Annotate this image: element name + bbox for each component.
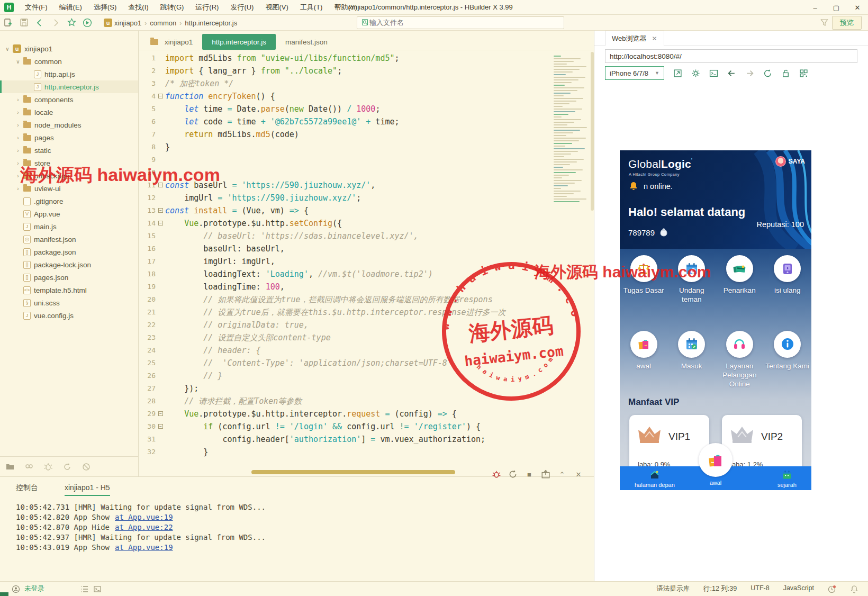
preview-button[interactable]: 预览 bbox=[832, 16, 862, 30]
breadcrumb[interactable]: u xinjiapo1›common›http.interceptor.js bbox=[104, 16, 352, 29]
menu-item[interactable]: 跳转(G) bbox=[155, 0, 190, 15]
browser-tab[interactable]: Web浏览器 ✕ bbox=[605, 31, 664, 46]
chevron-icon[interactable]: › bbox=[15, 186, 21, 192]
fold-marker-icon[interactable]: − bbox=[158, 183, 163, 187]
close-panel-icon[interactable]: ✕ bbox=[574, 469, 583, 479]
tree-item-vue-config-js[interactable]: Jvue.config.js bbox=[0, 309, 138, 322]
editor-tab-xinjiapo1[interactable]: xinjiapo1 bbox=[139, 34, 202, 50]
forward-button[interactable] bbox=[48, 16, 64, 30]
chevron-icon[interactable]: ∨ bbox=[15, 59, 21, 65]
status-item[interactable]: UTF-8 bbox=[751, 584, 769, 593]
quick-action-awal[interactable]: awal bbox=[620, 331, 668, 389]
tree-item-uview-ui[interactable]: ›uview-ui bbox=[0, 182, 138, 195]
tree-item-store[interactable]: ›store bbox=[0, 157, 138, 169]
stop-icon[interactable]: ■ bbox=[525, 469, 534, 479]
quick-action-penarikan[interactable]: Penarikan bbox=[716, 255, 764, 304]
tree-item-template-h5-html[interactable]: <>template.h5.html bbox=[0, 284, 138, 296]
quick-action-undang-teman[interactable]: Undang teman bbox=[668, 255, 716, 304]
notification-bell-icon[interactable] bbox=[850, 585, 858, 593]
fold-marker-icon[interactable]: − bbox=[158, 208, 163, 213]
tree-item-package-json[interactable]: []package.json bbox=[0, 246, 138, 258]
chevron-icon[interactable]: › bbox=[15, 110, 21, 115]
tree-item-unpackage[interactable]: ›unpackage bbox=[0, 169, 138, 182]
tree-item-static[interactable]: ›static bbox=[0, 144, 138, 157]
chevron-icon[interactable]: › bbox=[15, 160, 21, 166]
menu-item[interactable]: 工具(T) bbox=[294, 0, 329, 15]
quick-action-tentang-kami[interactable]: Tentang Kami bbox=[764, 331, 812, 389]
export-log-icon[interactable] bbox=[541, 469, 550, 479]
settings-gear-icon[interactable] bbox=[691, 69, 700, 78]
quick-action-tugas-dasar[interactable]: Tugas Dasar bbox=[620, 255, 668, 304]
device-select[interactable]: iPhone 6/7/8 ▼ bbox=[605, 66, 664, 80]
new-file-button[interactable] bbox=[0, 16, 16, 30]
file-search-input[interactable] bbox=[369, 19, 549, 26]
notice-marquee[interactable]: n online. bbox=[628, 181, 673, 192]
refresh-view-icon[interactable] bbox=[62, 462, 72, 472]
vip-card-vip2[interactable]: VIP2laba: 1.2% bbox=[722, 415, 802, 474]
quick-action-isi-ulang[interactable]: isi ulang bbox=[764, 255, 812, 304]
fold-marker-icon[interactable]: − bbox=[158, 424, 163, 429]
save-button[interactable] bbox=[16, 16, 32, 30]
menu-item[interactable]: 视图(V) bbox=[259, 0, 294, 15]
run-button[interactable] bbox=[79, 16, 95, 30]
unlock-icon[interactable] bbox=[781, 69, 790, 78]
chevron-icon[interactable]: › bbox=[15, 148, 21, 153]
chevron-icon[interactable]: ∨ bbox=[4, 46, 11, 52]
editor-horizontal-scrollbar[interactable] bbox=[251, 470, 455, 474]
open-external-icon[interactable] bbox=[673, 69, 682, 78]
address-bar[interactable] bbox=[605, 49, 857, 63]
breadcrumb-segment[interactable]: http.interceptor.js bbox=[185, 19, 237, 27]
find-in-files-icon[interactable] bbox=[24, 462, 34, 472]
login-status[interactable]: 未登录 bbox=[24, 584, 44, 593]
fold-marker-icon[interactable]: − bbox=[158, 221, 163, 225]
tree-item-http-interceptor-js[interactable]: Jhttp.interceptor.js bbox=[0, 80, 138, 93]
tree-item-components[interactable]: ›components bbox=[0, 93, 138, 106]
debug-run-icon[interactable] bbox=[492, 469, 501, 479]
maximize-button[interactable]: ▢ bbox=[826, 0, 847, 15]
tree-item-locale[interactable]: ›locale bbox=[0, 106, 138, 119]
menu-item[interactable]: 发行(U) bbox=[224, 0, 259, 15]
log-source-link[interactable]: at App.vue:19 bbox=[115, 543, 173, 552]
profile-button[interactable]: SAYA bbox=[775, 156, 805, 167]
file-search-box[interactable] bbox=[357, 16, 564, 29]
minimize-button[interactable]: – bbox=[804, 0, 826, 15]
bookmark-button[interactable] bbox=[64, 16, 79, 30]
restart-icon[interactable] bbox=[508, 469, 518, 479]
tree-item-xinjiapo1[interactable]: ∨uxinjiapo1 bbox=[0, 42, 138, 55]
log-source-link[interactable]: at App.vue:19 bbox=[115, 513, 173, 521]
disable-debug-icon[interactable] bbox=[82, 462, 91, 472]
chevron-icon[interactable]: › bbox=[15, 97, 21, 103]
tree-item-http-api-js[interactable]: Jhttp.api.js bbox=[0, 68, 138, 80]
quick-action-masuk[interactable]: Masuk bbox=[668, 331, 716, 389]
console-tab--[interactable]: 控制台 bbox=[16, 483, 38, 496]
breadcrumb-segment[interactable]: common bbox=[150, 19, 176, 27]
reload-icon[interactable] bbox=[763, 69, 772, 78]
chevron-icon[interactable]: › bbox=[15, 122, 21, 128]
code-area[interactable]: 1import md5Libs from "uview-ui/libs/func… bbox=[139, 52, 550, 488]
chevron-icon[interactable]: › bbox=[15, 135, 21, 141]
tree-item--gitignore[interactable]: .gitignore bbox=[0, 195, 138, 207]
status-item[interactable]: 行:12 列:39 bbox=[703, 584, 737, 593]
url-input[interactable] bbox=[610, 52, 853, 60]
tree-item-uni-scss[interactable]: §uni.scss bbox=[0, 296, 138, 309]
nav-center-button[interactable] bbox=[699, 443, 733, 477]
menu-item[interactable]: 编辑(E) bbox=[53, 0, 88, 15]
qr-code-icon[interactable] bbox=[799, 69, 808, 78]
console-tab-xinjiapo1-H5[interactable]: xinjiapo1 - H5 bbox=[65, 483, 110, 496]
log-source-link[interactable]: at App.vue:22 bbox=[115, 523, 173, 531]
minimap[interactable] bbox=[551, 52, 590, 285]
collapse-panel-icon[interactable]: ⌃ bbox=[557, 469, 567, 479]
filter-button[interactable] bbox=[816, 16, 832, 30]
menu-item[interactable]: 选择(S) bbox=[88, 0, 122, 15]
nav-back-icon[interactable] bbox=[727, 69, 736, 78]
project-view-icon[interactable] bbox=[5, 462, 15, 472]
close-button[interactable]: ✕ bbox=[847, 0, 868, 15]
account-icon[interactable] bbox=[12, 585, 20, 593]
tree-item-manifest-json[interactable]: ◎manifest.json bbox=[0, 233, 138, 246]
terminal-icon[interactable] bbox=[93, 585, 102, 593]
fold-marker-icon[interactable]: − bbox=[158, 94, 163, 98]
browser-tab-close-icon[interactable]: ✕ bbox=[652, 35, 657, 42]
status-item[interactable]: JavaScript bbox=[783, 584, 814, 593]
devtools-console-icon[interactable] bbox=[709, 69, 718, 78]
status-item[interactable]: 语法提示库 bbox=[656, 584, 690, 593]
